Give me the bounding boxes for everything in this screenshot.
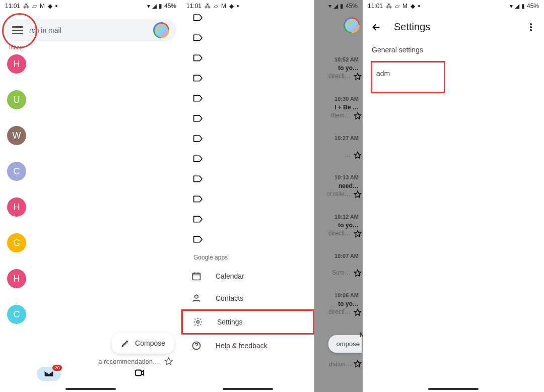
battery-pct: 45% xyxy=(346,3,358,10)
sender-chips: H U W C H G H C xyxy=(0,50,181,324)
label-icon[interactable] xyxy=(193,195,314,203)
sender-chip[interactable]: G xyxy=(7,233,26,252)
svg-rect-1 xyxy=(135,370,141,376)
gesture-handle[interactable] xyxy=(65,388,116,390)
label-icon[interactable] xyxy=(193,155,314,162)
back-icon[interactable] xyxy=(371,22,382,33)
drawer-label: Contacts xyxy=(216,294,243,302)
sender-chip[interactable]: H xyxy=(7,269,26,288)
svg-marker-12 xyxy=(354,309,361,315)
slack-icon: ⁂ xyxy=(205,3,211,10)
sender-chip[interactable]: U xyxy=(7,90,26,109)
star-icon[interactable] xyxy=(354,230,362,238)
star-icon[interactable] xyxy=(354,269,362,277)
avatar[interactable] xyxy=(153,22,169,38)
compose-button[interactable]: ompose xyxy=(328,335,362,353)
gmail-icon: M xyxy=(221,3,226,10)
label-icon[interactable] xyxy=(193,75,314,82)
drawer-label: Calendar xyxy=(216,272,244,280)
svg-marker-9 xyxy=(354,191,361,198)
label-icon[interactable] xyxy=(193,135,314,142)
search-bar[interactable]: rch in mail xyxy=(5,19,176,41)
nav-mail[interactable]: 20 xyxy=(37,367,61,381)
pencil-icon xyxy=(121,339,130,348)
compose-label: Compose xyxy=(135,339,165,347)
account-item[interactable]: adm xyxy=(371,61,445,93)
star-icon[interactable] xyxy=(354,112,362,120)
label-icon[interactable] xyxy=(193,175,314,182)
search-input[interactable]: rch in mail xyxy=(29,26,147,34)
sender-chip[interactable]: C xyxy=(7,305,26,324)
star-icon[interactable] xyxy=(354,360,362,368)
notification-dot xyxy=(55,5,57,7)
battery-icon: ▮ xyxy=(521,3,525,10)
status-time: 11:01 xyxy=(368,3,383,10)
general-settings-item[interactable]: General settings xyxy=(371,42,536,61)
status-bar: 11:01 ⁂ ▱ M ◆ ▾ ◢ ▮ 45% xyxy=(0,0,181,12)
svg-point-14 xyxy=(530,23,531,25)
panel-settings: 11:01 ⁂ ▱ M ◆ ▾ ◢ ▮ 45% Settings General… xyxy=(363,0,544,392)
drawer-item-settings[interactable]: Settings xyxy=(181,309,314,335)
sender-chip[interactable]: C xyxy=(7,162,26,181)
signal-icon: ◢ xyxy=(152,3,157,10)
nav-meet[interactable] xyxy=(134,367,145,380)
mail-icon xyxy=(44,370,54,377)
label-icon[interactable] xyxy=(193,95,314,102)
svg-point-15 xyxy=(530,26,531,28)
star-icon[interactable] xyxy=(354,190,362,199)
email-row[interactable]: 10:07 AMSum… xyxy=(314,250,363,289)
email-row[interactable]: 10:27 AM… xyxy=(314,132,363,171)
location-icon: ◆ xyxy=(411,3,415,10)
svg-marker-7 xyxy=(354,112,361,119)
help-icon xyxy=(191,341,201,351)
drawer-item-contacts[interactable]: Contacts xyxy=(181,287,314,309)
battery-pct: 45% xyxy=(164,3,176,10)
label-list xyxy=(181,14,314,243)
wifi-icon: ▾ xyxy=(510,3,513,10)
battery-icon: ▮ xyxy=(159,3,162,10)
location-icon: ◆ xyxy=(229,3,234,10)
email-row[interactable]: 10:06 AMto yo…directl… xyxy=(314,289,363,329)
sender-chip[interactable]: W xyxy=(7,126,26,145)
settings-header: Settings xyxy=(363,12,544,42)
sender-chip[interactable]: H xyxy=(7,198,26,217)
svg-marker-13 xyxy=(354,360,361,367)
notification-dot xyxy=(418,5,420,7)
label-icon[interactable] xyxy=(193,14,314,21)
gesture-handle[interactable] xyxy=(223,388,273,390)
email-row[interactable]: 10:13 AMneed…ot relie… xyxy=(314,171,363,211)
drawer-item-help[interactable]: Help & feedback xyxy=(181,335,314,357)
bottom-nav: 20 xyxy=(0,363,181,385)
dimmed-content: 10:52 AMto yo…directl… 10:30 AMl + Be …t… xyxy=(314,0,363,392)
svg-marker-6 xyxy=(354,73,361,80)
sender-chip[interactable]: H xyxy=(7,54,26,74)
email-row[interactable]: 10:12 AMto yo…directl… xyxy=(314,211,363,250)
star-icon[interactable] xyxy=(354,308,362,316)
label-icon[interactable] xyxy=(193,54,314,61)
app-icon: ▱ xyxy=(32,3,37,10)
gmail-icon: M xyxy=(402,3,407,10)
star-icon[interactable] xyxy=(354,151,362,159)
svg-rect-2 xyxy=(193,273,200,280)
app-icon: ▱ xyxy=(214,3,218,10)
overflow-icon[interactable] xyxy=(526,22,536,32)
wifi-icon: ▾ xyxy=(147,3,150,10)
menu-icon[interactable] xyxy=(12,26,23,34)
calendar-icon xyxy=(191,271,201,281)
video-icon xyxy=(134,367,145,378)
section-google-apps: Google apps xyxy=(193,254,314,261)
svg-marker-11 xyxy=(354,270,361,276)
email-row[interactable]: 10:52 AMto yo…directl… xyxy=(314,53,363,93)
label-icon[interactable] xyxy=(193,115,314,122)
drawer-item-calendar[interactable]: Calendar xyxy=(181,265,314,287)
avatar[interactable] xyxy=(344,17,360,33)
star-icon[interactable] xyxy=(354,73,362,81)
email-row[interactable]: 10:30 AMl + Be …them… xyxy=(314,93,363,132)
label-icon[interactable] xyxy=(193,236,314,243)
label-icon[interactable] xyxy=(193,34,314,41)
gesture-handle[interactable] xyxy=(428,388,479,390)
panel-inbox: 11:01 ⁂ ▱ M ◆ ▾ ◢ ▮ 45% rch in mail Inbo… xyxy=(0,0,181,392)
status-time: 11:01 xyxy=(186,3,201,10)
label-icon[interactable] xyxy=(193,216,314,223)
compose-button[interactable]: Compose xyxy=(112,333,174,354)
